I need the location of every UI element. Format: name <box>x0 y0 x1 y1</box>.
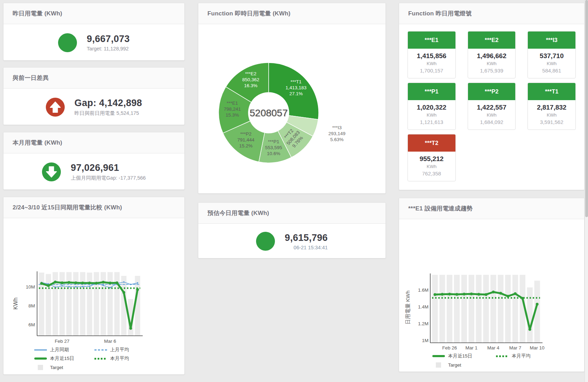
data-point <box>123 281 125 283</box>
data-point <box>455 293 458 296</box>
data-point <box>95 282 98 285</box>
x-tick-label: Mar 10 <box>530 345 545 350</box>
legend-swatch <box>94 358 107 360</box>
scrollbar-thumb[interactable] <box>585 0 588 217</box>
light-tile-header: ***I3 <box>528 32 575 49</box>
y-tick-label: 1.4M <box>418 304 428 310</box>
legend-item-本月平均[interactable]: 本月平均 <box>94 355 150 362</box>
data-point <box>40 282 43 285</box>
legend-item-本月平均[interactable]: 本月平均 <box>496 353 555 360</box>
panel-month-usage: 本月用電量 (KWh) 97,026,961 上個月同期用電Gap: -17,3… <box>3 132 185 190</box>
scrollbar-track[interactable] <box>585 0 588 382</box>
data-point <box>109 287 111 289</box>
lights-grid: ***E1 1,415,856 KWh 1,700,157 ***E2 1,49… <box>399 24 584 188</box>
data-point <box>122 291 125 294</box>
panel-day-gap: 與前一日差異 Gap: 4,142,898 昨日與前日用電量 5,524,175 <box>3 67 185 125</box>
legend-item-上月同期[interactable]: 上月同期 <box>34 346 90 353</box>
stat-body: 9,667,073 Target: 11,128,992 <box>3 24 184 61</box>
target-bar <box>447 275 452 343</box>
light-tile-unit: KWh <box>528 112 575 118</box>
status-circle-icon <box>256 232 275 251</box>
stat-subtitle: 昨日與前日用電量 5,524,175 <box>75 110 142 117</box>
stat-body: 9,615,796 06-21 15:34:41 <box>198 224 385 258</box>
panel-yesterday-usage: 昨日用電量 (KWh) 9,667,073 Target: 11,128,992 <box>3 3 185 61</box>
legend-swatch <box>34 357 47 360</box>
target-bar <box>135 276 140 336</box>
light-tile-header: ***T2 <box>408 134 455 152</box>
stat-subtitle: 上個月同期用電Gap: -17,377,566 <box>71 175 146 181</box>
y-tick-label: 1.2M <box>418 321 428 326</box>
legend-label: 上月平均 <box>110 347 129 353</box>
arrow-up-icon <box>46 98 65 117</box>
legend-label: 本月近15日 <box>50 355 74 362</box>
panel-header[interactable]: 與前一日差異 <box>3 68 184 89</box>
panel-header[interactable]: 本月用電量 (KWh) <box>3 132 184 153</box>
legend-swatch <box>496 355 509 357</box>
light-tile-value: 1,415,856 <box>408 52 455 60</box>
panel-e1-trend-chart: ***E1 設備用電達成趨勢 1.6M1.4M1.2M1MFeb 26Mar 1… <box>399 198 585 372</box>
panel-header[interactable]: 預估今日用電量 (KWh) <box>198 203 385 224</box>
panel-header[interactable]: Function 昨日用電燈號 <box>399 3 584 24</box>
light-tile-header: ***T1 <box>528 83 575 100</box>
e1-trend-line-chart: 1.6M1.4M1.2M1MFeb 26Mar 1Mar 4Mar 7Mar 1… <box>399 219 584 372</box>
panel-title: Function 昨日用電燈號 <box>408 9 472 18</box>
panel-title: ***E1 設備用電達成趨勢 <box>408 204 473 213</box>
panel-header[interactable]: 2/24~3/10 近15日同期用電量比較 (KWh) <box>3 197 184 218</box>
x-tick-label: Mar 7 <box>509 345 522 350</box>
light-tile-unit: KWh <box>408 112 455 118</box>
data-point <box>536 303 539 306</box>
legend-label: 本月平均 <box>512 353 531 359</box>
arrow-down-icon <box>42 162 61 181</box>
data-point <box>109 282 112 284</box>
target-bar <box>527 287 533 343</box>
light-tile-header: ***P2 <box>468 83 516 100</box>
data-point <box>54 281 57 284</box>
panel-function-realtime-donut: Function 即時日用電量 (KWh) ***T11,413,18327.1… <box>198 3 386 194</box>
light-tile: ***P2 1,422,557 KWh 1,684,092 <box>468 83 516 130</box>
panel-header[interactable]: Function 即時日用電量 (KWh) <box>198 3 385 24</box>
panel-header[interactable]: 昨日用電量 (KWh) <box>3 3 184 24</box>
light-tile: ***I3 537,710 KWh 584,861 <box>527 31 576 78</box>
target-bar <box>483 275 489 343</box>
legend-swatch <box>432 355 445 357</box>
legend-item-上月平均[interactable]: 上月平均 <box>94 346 150 353</box>
legend-label: Target <box>50 365 63 370</box>
panel-header[interactable]: ***E1 設備用電達成趨勢 <box>399 198 584 219</box>
legend-swatch <box>94 349 107 350</box>
donut-chart: ***T11,413,18327.1%***I3293,1495.63%***T… <box>198 24 385 194</box>
donut-slice-label: ***I3293,1495.63% <box>328 125 346 142</box>
light-tile-value: 2,817,832 <box>528 104 575 111</box>
data-point <box>115 282 118 284</box>
light-tile-target: 1,675,939 <box>468 68 516 74</box>
target-bar <box>94 272 99 336</box>
x-tick-label: Feb 26 <box>442 345 457 350</box>
y-tick-label: 10M <box>26 284 35 290</box>
data-point <box>492 291 495 293</box>
light-tile-value: 1,496,662 <box>468 52 516 60</box>
legend-item-本月近15日[interactable]: 本月近15日 <box>432 353 491 360</box>
chart-legend: 上月同期上月平均本月近15日本月平均Target <box>34 346 150 371</box>
x-tick-label: Mar 1 <box>466 345 478 350</box>
y-axis-label: KWh <box>13 298 19 310</box>
target-bar <box>454 275 460 343</box>
data-point <box>68 286 70 287</box>
data-point <box>514 292 517 295</box>
legend-item-Target[interactable]: Target <box>432 361 491 368</box>
legend-label: 本月平均 <box>110 355 129 362</box>
light-tile-target: 1,121,613 <box>408 119 455 125</box>
data-point <box>463 293 466 296</box>
light-tile-unit: KWh <box>408 61 455 66</box>
data-point <box>448 293 451 296</box>
light-tile: ***P1 1,020,322 KWh 1,121,613 <box>408 83 456 130</box>
data-point <box>75 286 77 287</box>
legend-label: Target <box>448 362 461 368</box>
legend-label: 本月近15日 <box>448 353 472 359</box>
legend-item-Target[interactable]: Target <box>34 364 90 371</box>
target-bar <box>512 275 518 343</box>
legend-item-本月近15日[interactable]: 本月近15日 <box>34 355 90 362</box>
target-bar <box>498 275 503 343</box>
legend-swatch <box>34 349 47 350</box>
stat-body: 97,026,961 上個月同期用電Gap: -17,377,566 <box>3 153 184 190</box>
panel-title: 昨日用電量 (KWh) <box>13 9 62 18</box>
stat-value: 9,615,796 <box>285 232 328 243</box>
